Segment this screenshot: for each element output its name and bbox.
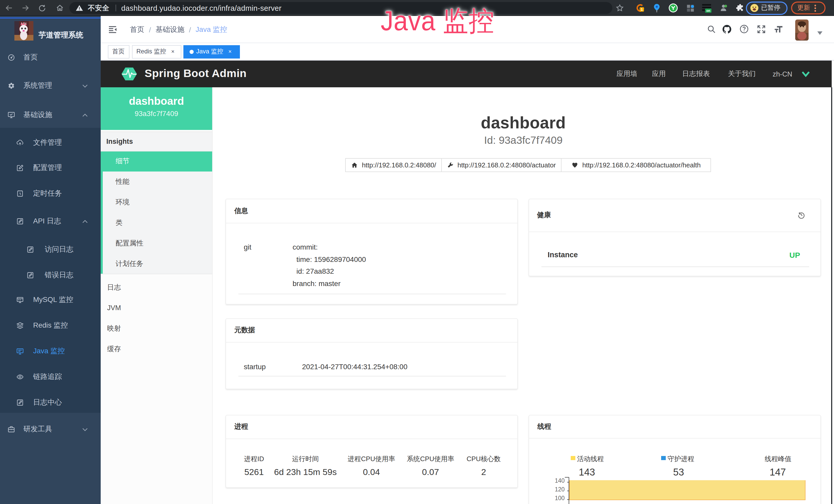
svg-text:1: 1 [641,7,643,12]
svg-text:on: on [706,9,710,12]
